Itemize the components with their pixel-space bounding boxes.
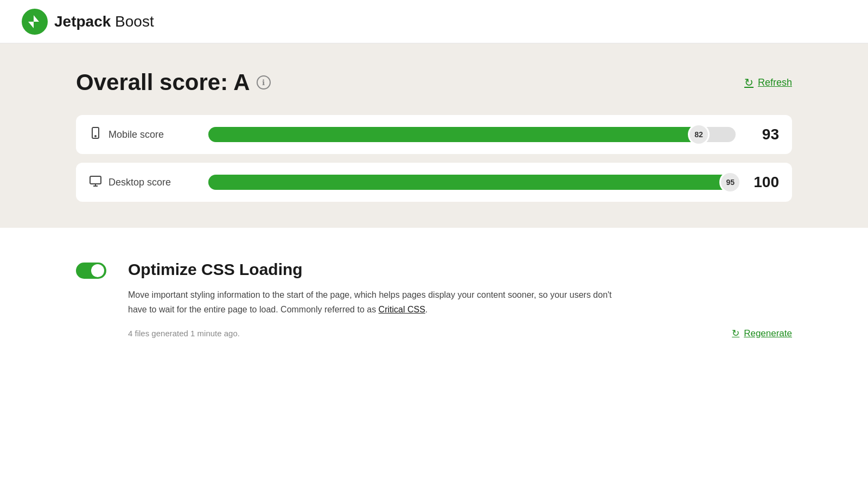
feature-meta: 4 files generated 1 minute ago. ↻ Regene… [128,328,792,339]
svg-rect-3 [90,176,101,184]
app-header: Jetpack Boost [0,0,868,43]
features-section: Optimize CSS Loading Move important styl… [0,228,868,372]
feature-status: 4 files generated 1 minute ago. [128,329,240,338]
desktop-score-label: Desktop score [89,174,197,190]
logo-area: Jetpack Boost [22,9,154,35]
mobile-score-bar-container: 82 [208,127,736,142]
critical-css-link[interactable]: Critical CSS [379,305,425,314]
overall-score-title: Overall score: A ℹ [76,69,271,95]
feature-title: Optimize CSS Loading [128,260,792,279]
mobile-icon [89,126,102,143]
score-header: Overall score: A ℹ ↻ Refresh [76,69,792,95]
desktop-score-bubble: 95 [719,171,741,193]
regenerate-icon: ↻ [732,328,739,339]
refresh-button[interactable]: ↻ Refresh [744,76,792,89]
mobile-score-row: Mobile score 82 93 [76,115,792,154]
mobile-score-bubble: 82 [688,124,710,145]
desktop-score-row: Desktop score 95 100 [76,163,792,202]
desktop-score-bar-container: 95 [208,175,736,190]
mobile-score-bar: 82 [208,127,699,142]
desktop-score-bar: 95 [208,175,730,190]
refresh-icon: ↻ [744,76,754,89]
mobile-score-value: 93 [746,126,779,143]
desktop-icon [89,174,102,190]
desktop-score-value: 100 [746,174,779,191]
toggle-area [76,263,106,279]
score-bars: Mobile score 82 93 [76,115,792,202]
score-section: Overall score: A ℹ ↻ Refresh Mobile scor… [0,43,868,228]
regenerate-button[interactable]: ↻ Regenerate [732,328,792,339]
svg-point-2 [95,136,96,137]
feature-optimize-css: Optimize CSS Loading Move important styl… [76,260,792,339]
jetpack-logo-icon [22,9,48,35]
info-icon[interactable]: ℹ [257,75,271,89]
optimize-css-toggle[interactable] [76,263,106,279]
feature-content: Optimize CSS Loading Move important styl… [128,260,792,339]
score-title-text: Overall score: A [76,69,250,95]
feature-description: Move important styling information to th… [128,287,616,317]
mobile-score-label: Mobile score [89,126,197,143]
app-title: Jetpack Boost [54,13,154,30]
